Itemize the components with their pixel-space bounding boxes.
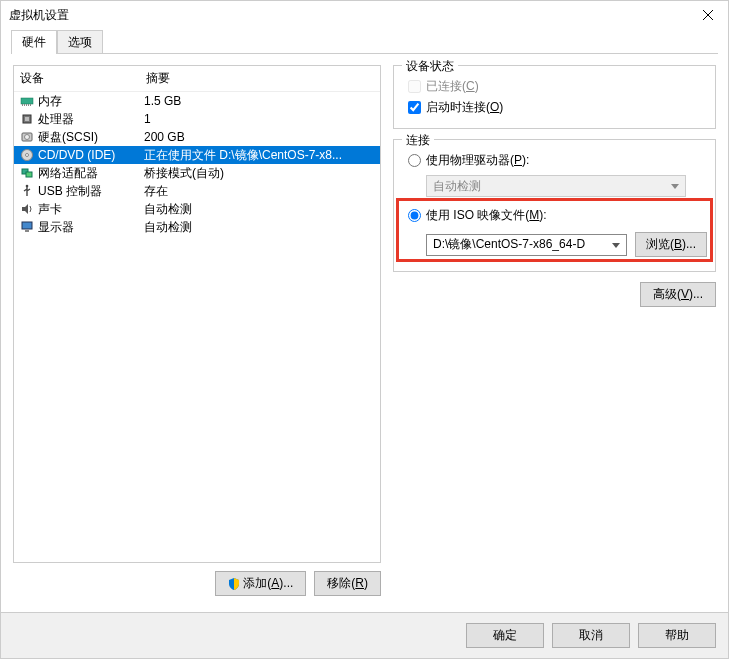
remove-label: 移除(R) xyxy=(327,575,368,592)
device-name: USB 控制器 xyxy=(36,183,144,200)
svg-rect-6 xyxy=(28,104,29,106)
display-icon xyxy=(18,219,36,235)
browse-button[interactable]: 浏览(B)... xyxy=(635,232,707,257)
svg-point-13 xyxy=(26,154,29,157)
table-header: 设备 摘要 xyxy=(14,66,380,92)
usb-icon xyxy=(18,183,36,199)
iso-path-select[interactable]: D:\镜像\CentOS-7-x86_64-D xyxy=(426,234,627,256)
device-name: 内存 xyxy=(36,93,144,110)
device-name: 声卡 xyxy=(36,201,144,218)
window-title: 虚拟机设置 xyxy=(9,7,69,24)
table-row[interactable]: 内存1.5 GB xyxy=(14,92,380,110)
device-summary: 自动检测 xyxy=(144,201,380,218)
device-summary: 存在 xyxy=(144,183,380,200)
svg-rect-2 xyxy=(21,98,33,104)
connected-checkbox-row: 已连接(C) xyxy=(402,76,707,97)
ok-button[interactable]: 确定 xyxy=(466,623,544,648)
tab-hardware[interactable]: 硬件 xyxy=(11,30,57,54)
advanced-button[interactable]: 高级(V)... xyxy=(640,282,716,307)
connected-label: 已连接(C) xyxy=(426,78,479,95)
device-status-group: 设备状态 已连接(C) 启动时连接(O) xyxy=(393,65,716,129)
remove-button[interactable]: 移除(R) xyxy=(314,571,381,596)
physical-drive-row[interactable]: 使用物理驱动器(P): xyxy=(402,150,707,171)
iso-path-value: D:\镜像\CentOS-7-x86_64-D xyxy=(433,236,585,253)
svg-rect-9 xyxy=(25,117,29,121)
help-button[interactable]: 帮助 xyxy=(638,623,716,648)
use-iso-row[interactable]: 使用 ISO 映像文件(M): xyxy=(402,205,707,226)
advanced-label: 高级(V)... xyxy=(653,286,703,303)
device-name: 显示器 xyxy=(36,219,144,236)
cd-icon xyxy=(18,147,36,163)
connected-checkbox xyxy=(408,80,421,93)
cpu-icon xyxy=(18,111,36,127)
tab-options[interactable]: 选项 xyxy=(57,30,103,54)
table-row[interactable]: 处理器1 xyxy=(14,110,380,128)
net-icon xyxy=(18,165,36,181)
tab-divider xyxy=(11,53,718,54)
physical-drive-label: 使用物理驱动器(P): xyxy=(426,152,529,169)
svg-rect-15 xyxy=(26,172,32,177)
auto-detect-label: 自动检测 xyxy=(433,178,481,195)
device-table: 设备 摘要 内存1.5 GB处理器1硬盘(SCSI)200 GBCD/DVD (… xyxy=(13,65,381,563)
device-name: 硬盘(SCSI) xyxy=(36,129,144,146)
close-button[interactable] xyxy=(688,1,728,29)
shield-icon xyxy=(228,578,240,590)
connection-group: 连接 使用物理驱动器(P): 自动检测 使用 ISO 映像文件(M): D:\镜… xyxy=(393,139,716,272)
device-summary: 自动检测 xyxy=(144,219,380,236)
svg-rect-5 xyxy=(26,104,27,106)
table-row[interactable]: 显示器自动检测 xyxy=(14,218,380,236)
table-row[interactable]: 硬盘(SCSI)200 GB xyxy=(14,128,380,146)
device-summary: 200 GB xyxy=(144,130,380,144)
connect-on-start-checkbox[interactable] xyxy=(408,101,421,114)
add-button[interactable]: 添加(A)... xyxy=(215,571,306,596)
disk-icon xyxy=(18,129,36,145)
device-summary: 1.5 GB xyxy=(144,94,380,108)
svg-rect-3 xyxy=(22,104,23,106)
col-header-device[interactable]: 设备 xyxy=(14,66,140,91)
svg-rect-18 xyxy=(25,230,29,232)
connect-on-start-row[interactable]: 启动时连接(O) xyxy=(402,97,707,118)
device-summary: 正在使用文件 D:\镜像\CentOS-7-x8... xyxy=(144,147,380,164)
svg-rect-4 xyxy=(24,104,25,106)
sound-icon xyxy=(18,201,36,217)
cancel-button[interactable]: 取消 xyxy=(552,623,630,648)
device-name: 网络适配器 xyxy=(36,165,144,182)
table-row[interactable]: 网络适配器桥接模式(自动) xyxy=(14,164,380,182)
use-iso-label: 使用 ISO 映像文件(M): xyxy=(426,207,547,224)
device-summary: 1 xyxy=(144,112,380,126)
svg-point-16 xyxy=(26,185,29,188)
connection-legend: 连接 xyxy=(402,132,434,149)
svg-point-11 xyxy=(25,135,30,140)
add-label: 添加(A)... xyxy=(243,575,293,592)
connect-on-start-label: 启动时连接(O) xyxy=(426,99,503,116)
physical-drive-select: 自动检测 xyxy=(426,175,686,197)
device-name: 处理器 xyxy=(36,111,144,128)
memory-icon xyxy=(18,93,36,109)
svg-rect-7 xyxy=(30,104,31,106)
browse-label: 浏览(B)... xyxy=(646,237,696,251)
svg-rect-17 xyxy=(22,222,32,229)
device-name: CD/DVD (IDE) xyxy=(36,148,144,162)
use-iso-radio[interactable] xyxy=(408,209,421,222)
physical-drive-radio[interactable] xyxy=(408,154,421,167)
device-status-legend: 设备状态 xyxy=(402,58,458,75)
table-row[interactable]: CD/DVD (IDE)正在使用文件 D:\镜像\CentOS-7-x8... xyxy=(14,146,380,164)
table-row[interactable]: USB 控制器存在 xyxy=(14,182,380,200)
device-summary: 桥接模式(自动) xyxy=(144,165,380,182)
col-header-summary[interactable]: 摘要 xyxy=(140,66,380,91)
table-row[interactable]: 声卡自动检测 xyxy=(14,200,380,218)
